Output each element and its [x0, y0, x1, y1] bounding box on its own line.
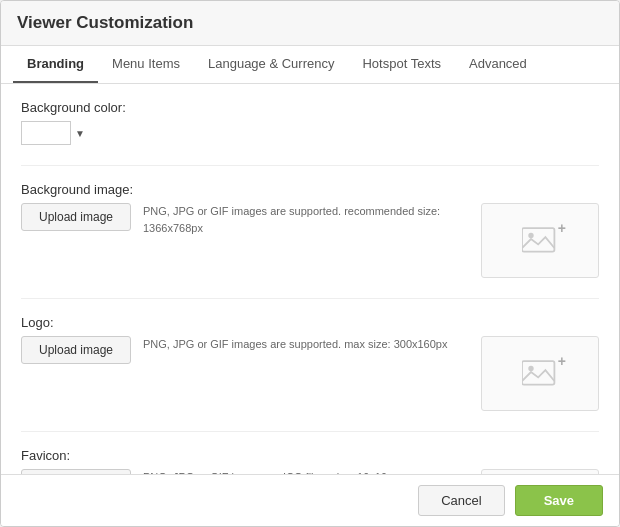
background-image-hint: PNG, JPG or GIF images are supported. re… — [143, 203, 469, 236]
divider-1 — [21, 165, 599, 166]
cancel-button[interactable]: Cancel — [418, 485, 504, 516]
content-area: Background color: ▼ Background image: Up… — [1, 84, 619, 474]
image-svg-icon — [522, 224, 558, 254]
background-color-label: Background color: — [21, 100, 599, 115]
tab-hotspot-texts[interactable]: Hotspot Texts — [348, 46, 455, 83]
background-image-label: Background image: — [21, 182, 599, 197]
divider-2 — [21, 298, 599, 299]
tab-language-currency[interactable]: Language & Currency — [194, 46, 348, 83]
background-image-upload-button[interactable]: Upload image — [21, 203, 131, 231]
favicon-label: Favicon: — [21, 448, 599, 463]
background-color-section: Background color: ▼ — [21, 100, 599, 145]
favicon-section: Favicon: Upload image PNG, JPG or GIF im… — [21, 448, 599, 474]
save-button[interactable]: Save — [515, 485, 603, 516]
viewer-customization-window: Viewer Customization Branding Menu Items… — [0, 0, 620, 527]
tab-branding[interactable]: Branding — [13, 46, 98, 83]
logo-hint: PNG, JPG or GIF images are supported. ma… — [143, 336, 469, 353]
background-image-placeholder: + — [481, 203, 599, 278]
svg-rect-0 — [522, 228, 554, 251]
image-plus-icon: + — [558, 220, 566, 236]
logo-image-placeholder: + — [481, 336, 599, 411]
logo-label: Logo: — [21, 315, 599, 330]
page-title: Viewer Customization — [17, 13, 603, 33]
color-dropdown-arrow[interactable]: ▼ — [75, 128, 85, 139]
tab-menu-items[interactable]: Menu Items — [98, 46, 194, 83]
logo-upload-button[interactable]: Upload image — [21, 336, 131, 364]
tab-advanced[interactable]: Advanced — [455, 46, 541, 83]
logo-image-icon: + — [522, 357, 558, 390]
background-image-section: Background image: Upload image PNG, JPG … — [21, 182, 599, 278]
logo-svg-icon — [522, 357, 558, 387]
divider-3 — [21, 431, 599, 432]
background-image-icon: + — [522, 224, 558, 257]
background-color-box[interactable] — [21, 121, 71, 145]
logo-plus-icon: + — [558, 353, 566, 369]
svg-rect-2 — [522, 361, 554, 384]
svg-point-3 — [528, 366, 533, 371]
background-color-picker-row: ▼ — [21, 121, 599, 145]
logo-upload-row: Upload image PNG, JPG or GIF images are … — [21, 336, 599, 411]
footer: Cancel Save — [1, 474, 619, 526]
svg-point-1 — [528, 233, 533, 238]
background-image-upload-row: Upload image PNG, JPG or GIF images are … — [21, 203, 599, 278]
tab-bar: Branding Menu Items Language & Currency … — [1, 46, 619, 84]
logo-section: Logo: Upload image PNG, JPG or GIF image… — [21, 315, 599, 411]
title-bar: Viewer Customization — [1, 1, 619, 46]
